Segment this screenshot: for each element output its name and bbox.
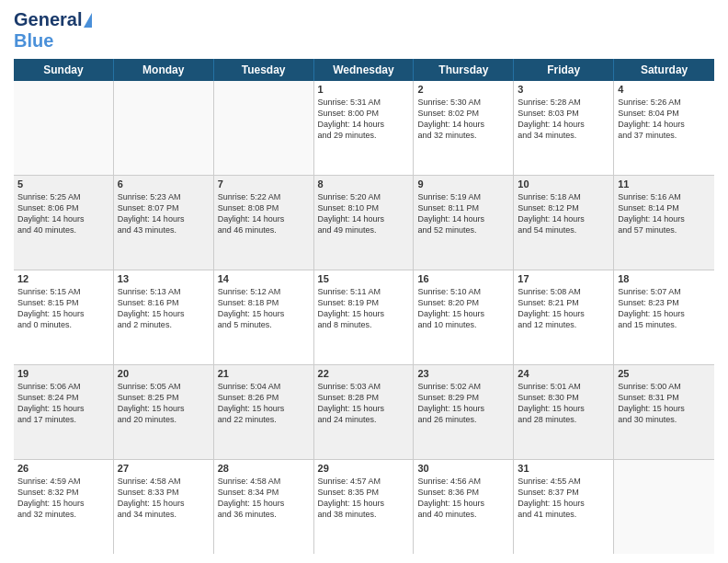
day-number: 10 — [518, 178, 609, 190]
day-number: 3 — [518, 84, 609, 95]
weekday-header-saturday: Saturday — [614, 59, 714, 81]
weekday-header-thursday: Thursday — [414, 59, 514, 81]
day-info: Sunrise: 5:26 AMSunset: 8:04 PMDaylight:… — [618, 97, 711, 142]
cal-cell-7: 7Sunrise: 5:22 AMSunset: 8:08 PMDaylight… — [214, 176, 314, 270]
day-info: Sunrise: 4:57 AMSunset: 8:35 PMDaylight:… — [318, 476, 410, 521]
cal-cell-12: 12Sunrise: 5:15 AMSunset: 8:15 PMDayligh… — [14, 270, 114, 364]
cal-cell-empty-0-2 — [214, 81, 314, 175]
day-number: 27 — [118, 463, 210, 474]
cal-cell-4: 4Sunrise: 5:26 AMSunset: 8:04 PMDaylight… — [614, 81, 714, 175]
day-info: Sunrise: 5:19 AMSunset: 8:11 PMDaylight:… — [417, 191, 509, 236]
day-info: Sunrise: 5:12 AMSunset: 8:18 PMDaylight:… — [218, 286, 310, 331]
cal-cell-15: 15Sunrise: 5:11 AMSunset: 8:19 PMDayligh… — [314, 270, 415, 364]
day-info: Sunrise: 5:11 AMSunset: 8:19 PMDaylight:… — [318, 286, 410, 331]
cal-cell-11: 11Sunrise: 5:16 AMSunset: 8:14 PMDayligh… — [614, 176, 714, 270]
cal-cell-19: 19Sunrise: 5:06 AMSunset: 8:24 PMDayligh… — [14, 365, 114, 459]
cal-cell-3: 3Sunrise: 5:28 AMSunset: 8:03 PMDaylight… — [514, 81, 614, 175]
day-number: 12 — [17, 273, 109, 284]
cal-cell-9: 9Sunrise: 5:19 AMSunset: 8:11 PMDaylight… — [414, 176, 514, 270]
day-info: Sunrise: 5:02 AMSunset: 8:29 PMDaylight:… — [417, 381, 509, 426]
day-info: Sunrise: 5:22 AMSunset: 8:08 PMDaylight:… — [218, 191, 310, 236]
cal-cell-16: 16Sunrise: 5:10 AMSunset: 8:20 PMDayligh… — [414, 270, 514, 364]
day-info: Sunrise: 5:18 AMSunset: 8:12 PMDaylight:… — [518, 191, 609, 236]
day-number: 31 — [518, 463, 609, 474]
calendar: SundayMondayTuesdayWednesdayThursdayFrid… — [14, 59, 714, 554]
day-number: 22 — [318, 368, 410, 379]
cal-cell-23: 23Sunrise: 5:02 AMSunset: 8:29 PMDayligh… — [414, 365, 514, 459]
page: General Blue SundayMondayTuesdayWednesda… — [0, 0, 728, 563]
day-number: 9 — [417, 178, 509, 190]
cal-cell-8: 8Sunrise: 5:20 AMSunset: 8:10 PMDaylight… — [314, 176, 415, 270]
calendar-body: 1Sunrise: 5:31 AMSunset: 8:00 PMDaylight… — [14, 81, 714, 554]
day-info: Sunrise: 5:23 AMSunset: 8:07 PMDaylight:… — [118, 191, 210, 236]
day-info: Sunrise: 5:04 AMSunset: 8:26 PMDaylight:… — [218, 381, 310, 426]
day-number: 23 — [417, 368, 509, 379]
cal-cell-17: 17Sunrise: 5:08 AMSunset: 8:21 PMDayligh… — [514, 270, 614, 364]
day-number: 28 — [218, 463, 310, 474]
cal-cell-empty-4-6 — [614, 460, 714, 554]
calendar-row-5: 26Sunrise: 4:59 AMSunset: 8:32 PMDayligh… — [14, 460, 714, 554]
day-info: Sunrise: 5:06 AMSunset: 8:24 PMDaylight:… — [17, 381, 109, 426]
calendar-row-1: 1Sunrise: 5:31 AMSunset: 8:00 PMDaylight… — [14, 81, 714, 176]
weekday-header-monday: Monday — [114, 59, 214, 81]
day-info: Sunrise: 5:28 AMSunset: 8:03 PMDaylight:… — [518, 97, 609, 142]
calendar-row-2: 5Sunrise: 5:25 AMSunset: 8:06 PMDaylight… — [14, 176, 714, 270]
cal-cell-20: 20Sunrise: 5:05 AMSunset: 8:25 PMDayligh… — [114, 365, 214, 459]
day-info: Sunrise: 5:05 AMSunset: 8:25 PMDaylight:… — [118, 381, 210, 426]
day-number: 20 — [118, 368, 210, 379]
cal-cell-2: 2Sunrise: 5:30 AMSunset: 8:02 PMDaylight… — [414, 81, 514, 175]
day-number: 11 — [618, 178, 711, 190]
day-info: Sunrise: 5:10 AMSunset: 8:20 PMDaylight:… — [417, 286, 509, 331]
day-info: Sunrise: 5:03 AMSunset: 8:28 PMDaylight:… — [318, 381, 410, 426]
cal-cell-24: 24Sunrise: 5:01 AMSunset: 8:30 PMDayligh… — [514, 365, 614, 459]
calendar-row-4: 19Sunrise: 5:06 AMSunset: 8:24 PMDayligh… — [14, 365, 714, 460]
day-number: 5 — [17, 178, 109, 190]
logo-blue: Blue — [14, 30, 53, 51]
header: General Blue — [14, 9, 714, 52]
cal-cell-31: 31Sunrise: 4:55 AMSunset: 8:37 PMDayligh… — [514, 460, 614, 554]
day-number: 6 — [118, 178, 210, 190]
cal-cell-27: 27Sunrise: 4:58 AMSunset: 8:33 PMDayligh… — [114, 460, 214, 554]
day-number: 7 — [218, 178, 310, 190]
day-info: Sunrise: 5:13 AMSunset: 8:16 PMDaylight:… — [118, 286, 210, 331]
day-info: Sunrise: 5:01 AMSunset: 8:30 PMDaylight:… — [518, 381, 609, 426]
day-info: Sunrise: 5:00 AMSunset: 8:31 PMDaylight:… — [618, 381, 711, 426]
day-number: 13 — [118, 273, 210, 284]
day-info: Sunrise: 4:55 AMSunset: 8:37 PMDaylight:… — [518, 476, 609, 521]
calendar-row-3: 12Sunrise: 5:15 AMSunset: 8:15 PMDayligh… — [14, 270, 714, 365]
cal-cell-25: 25Sunrise: 5:00 AMSunset: 8:31 PMDayligh… — [614, 365, 714, 459]
day-info: Sunrise: 4:58 AMSunset: 8:33 PMDaylight:… — [118, 476, 210, 521]
day-info: Sunrise: 5:30 AMSunset: 8:02 PMDaylight:… — [417, 97, 509, 142]
cal-cell-21: 21Sunrise: 5:04 AMSunset: 8:26 PMDayligh… — [214, 365, 314, 459]
cal-cell-5: 5Sunrise: 5:25 AMSunset: 8:06 PMDaylight… — [14, 176, 114, 270]
cal-cell-22: 22Sunrise: 5:03 AMSunset: 8:28 PMDayligh… — [314, 365, 415, 459]
logo-general: General — [14, 9, 82, 30]
weekday-header-tuesday: Tuesday — [214, 59, 314, 81]
day-number: 19 — [17, 368, 109, 379]
day-number: 25 — [618, 368, 711, 379]
day-number: 26 — [17, 463, 109, 474]
weekday-header-wednesday: Wednesday — [314, 59, 415, 81]
cal-cell-14: 14Sunrise: 5:12 AMSunset: 8:18 PMDayligh… — [214, 270, 314, 364]
weekday-header-sunday: Sunday — [14, 59, 114, 81]
day-number: 15 — [318, 273, 410, 284]
cal-cell-1: 1Sunrise: 5:31 AMSunset: 8:00 PMDaylight… — [314, 81, 415, 175]
cal-cell-empty-0-0 — [14, 81, 114, 175]
day-number: 1 — [318, 84, 410, 95]
day-info: Sunrise: 5:07 AMSunset: 8:23 PMDaylight:… — [618, 286, 711, 331]
cal-cell-13: 13Sunrise: 5:13 AMSunset: 8:16 PMDayligh… — [114, 270, 214, 364]
day-info: Sunrise: 5:16 AMSunset: 8:14 PMDaylight:… — [618, 191, 711, 236]
cal-cell-6: 6Sunrise: 5:23 AMSunset: 8:07 PMDaylight… — [114, 176, 214, 270]
cal-cell-30: 30Sunrise: 4:56 AMSunset: 8:36 PMDayligh… — [414, 460, 514, 554]
day-number: 16 — [417, 273, 509, 284]
day-info: Sunrise: 5:15 AMSunset: 8:15 PMDaylight:… — [17, 286, 109, 331]
weekday-header-friday: Friday — [514, 59, 614, 81]
day-info: Sunrise: 5:20 AMSunset: 8:10 PMDaylight:… — [318, 191, 410, 236]
day-number: 8 — [318, 178, 410, 190]
day-info: Sunrise: 5:31 AMSunset: 8:00 PMDaylight:… — [318, 97, 410, 142]
day-number: 17 — [518, 273, 609, 284]
logo-triangle-icon — [84, 13, 92, 28]
cal-cell-29: 29Sunrise: 4:57 AMSunset: 8:35 PMDayligh… — [314, 460, 415, 554]
day-number: 4 — [618, 84, 711, 95]
day-info: Sunrise: 4:59 AMSunset: 8:32 PMDaylight:… — [17, 476, 109, 521]
